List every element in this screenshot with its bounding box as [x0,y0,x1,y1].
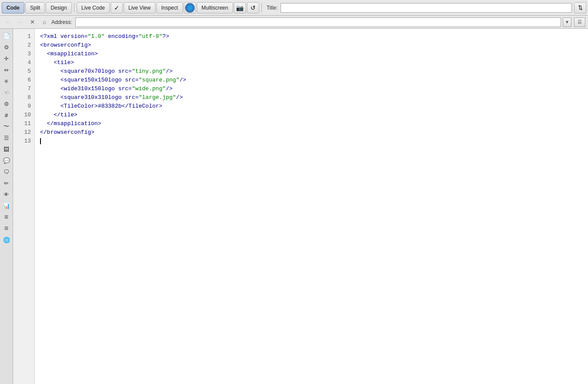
line-num-1: 1 [27,32,31,41]
sidebar-move-icon[interactable]: ✛ [1,53,12,64]
code-text-2: <browserconfig> [40,41,91,50]
line-num-8: 8 [27,93,31,102]
code-text-5c: "tiny.png" [132,67,166,76]
forward-button[interactable]: → [15,17,25,27]
code-text-7c: "wide.png" [132,85,166,93]
line-numbers: 1 2 3 4 5 6 7 8 9 10 11 12 13 [13,29,35,384]
line-num-7: 7 [27,85,31,93]
multiscreen-button[interactable]: Multiscreen [197,2,233,14]
address-menu-icon[interactable]: ☰ [574,17,585,27]
line-num-13: 13 [24,137,31,146]
sidebar-hash-icon[interactable]: # [1,110,12,120]
code-text-4: <tile> [40,58,74,67]
inspect-button[interactable]: Inspect [156,2,183,14]
live-view-button[interactable]: Live View [124,2,155,14]
main-toolbar: Code Split Design Live Code ✓ Live View … [0,0,588,16]
back-button[interactable]: ← [3,17,13,27]
address-input[interactable] [75,17,561,27]
globe-icon: 🌐 [185,3,195,13]
sidebar-pencil-icon[interactable]: ✏ [1,178,12,188]
code-text-8d: /> [176,93,183,102]
code-line-3: <msapplication> [40,50,588,58]
sort-icon[interactable]: ⇅ [574,2,586,14]
code-text-8a: <square310x310logo [40,93,125,102]
code-text-1: <?xml version= [40,32,88,41]
stop-button[interactable]: ✕ [27,17,37,27]
code-editor[interactable]: 1 2 3 4 5 6 7 8 9 10 11 12 13 <?xml vers… [13,29,588,384]
code-line-11: </msapplication> [40,119,588,128]
line-num-4: 4 [27,58,31,67]
tab-code[interactable]: Code [2,2,24,14]
code-text-1a: "1.0" [88,32,105,41]
title-label: Title: [267,5,278,11]
sidebar-lines1-icon[interactable]: ≡ [1,212,12,222]
code-line-1: <?xml version="1.0" encoding="utf-8"?> [40,32,588,41]
text-cursor [40,138,41,144]
browser-icon[interactable]: 🌐 [184,2,196,14]
code-text-9a: <TileColor> [40,102,98,111]
code-text-6b: src= [125,76,139,85]
line-num-6: 6 [27,76,31,85]
line-num-2: 2 [27,41,31,50]
sidebar-list-icon[interactable]: ☰ [1,133,12,143]
home-button[interactable]: ⌂ [39,17,50,27]
sidebar-eye-icon[interactable]: 👁 [1,189,12,200]
main-area: 📄 ⚙ ✛ ⇔ ✳ ☜ ⚙ # 〜 ☰ 🖼 💬 🗨 ✏ 👁 📊 ≡ ≡ 🌐 1 … [0,29,588,384]
sidebar-star-icon[interactable]: ✳ [1,76,12,86]
line-num-10: 10 [24,111,31,119]
code-line-2: <browserconfig> [40,41,588,50]
tab-design[interactable]: Design [46,2,71,14]
code-line-6: <square150x150logo src="square.png"/> [40,76,588,85]
address-dropdown-icon[interactable]: ▼ [563,17,571,27]
title-input[interactable] [280,3,572,13]
live-code-check-icon[interactable]: ✓ [111,2,123,14]
sidebar-settings2-icon[interactable]: ⚙ [1,99,12,109]
code-text-6c: "square.png" [139,76,179,85]
sidebar-gear-icon[interactable]: ⚙ [1,42,12,52]
refresh-icon[interactable]: ↺ [247,2,259,14]
code-content[interactable]: <?xml version="1.0" encoding="utf-8"?> <… [35,29,588,384]
code-text-8c: "large.jpg" [139,93,176,102]
sidebar-wave-icon[interactable]: 〜 [1,121,12,132]
code-text-6d: /> [179,76,186,85]
code-text-7a: <wide310x150logo [40,85,118,93]
code-line-13 [40,137,588,146]
separator-1 [74,3,74,13]
code-line-9: <TileColor>#83382b</TileColor> [40,102,588,111]
code-text-9b: #83382b [98,102,122,111]
tab-split[interactable]: Split [25,2,45,14]
address-bar: ← → ✕ ⌂ Address: ▼ ☰ [0,16,588,29]
sidebar-chart-icon[interactable]: 📊 [1,200,12,211]
line-num-12: 12 [24,128,31,137]
code-text-6a: <square150x150logo [40,76,125,85]
code-text-8b: src= [125,93,139,102]
sidebar-hand-icon[interactable]: ☜ [1,87,12,98]
sidebar-resize-icon[interactable]: ⇔ [1,65,12,75]
code-line-7: <wide310x150logo src="wide.png"/> [40,85,588,93]
sidebar-image-icon[interactable]: 🖼 [1,144,12,154]
code-text-10: </tile> [40,111,78,119]
code-line-12: </browserconfig> [40,128,588,137]
code-text-1c: "utf-8" [139,32,162,41]
code-line-4: <tile> [40,58,588,67]
line-num-11: 11 [24,119,31,128]
live-code-button[interactable]: Live Code [77,2,110,14]
code-text-1d: ?> [162,32,169,41]
code-text-7d: /> [166,85,173,93]
code-text-3: <msapplication> [40,50,98,58]
sidebar-file-icon[interactable]: 📄 [1,31,12,41]
code-line-8: <square310x310logo src="large.jpg"/> [40,93,588,102]
code-line-10: </tile> [40,111,588,119]
sidebar-globe-icon[interactable]: 🌐 [1,234,12,245]
screenshot-icon[interactable]: 📷 [234,2,246,14]
line-num-5: 5 [27,67,31,76]
separator-2 [261,3,262,13]
code-text-5a: <square70x70logo [40,67,118,76]
code-line-5: <square70x70logo src="tiny.png"/> [40,67,588,76]
sidebar-chat-icon[interactable]: 💬 [1,155,12,166]
left-sidebar: 📄 ⚙ ✛ ⇔ ✳ ☜ ⚙ # 〜 ☰ 🖼 💬 🗨 ✏ 👁 📊 ≡ ≡ 🌐 [0,29,13,384]
sidebar-chat2-icon[interactable]: 🗨 [1,167,12,177]
code-text-5d: /> [166,67,173,76]
sidebar-lines2-icon[interactable]: ≡ [1,223,12,234]
code-text-12: </browserconfig> [40,128,95,137]
